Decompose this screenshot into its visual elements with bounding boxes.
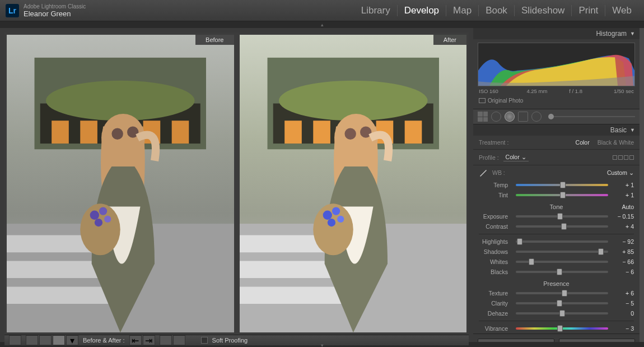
- exposure-slider-row: Exposure − 0.15: [473, 211, 640, 221]
- focal-value: 4.25 mm: [517, 88, 556, 94]
- soft-proofing-checkbox[interactable]: [201, 337, 208, 344]
- shadows-value[interactable]: + 85: [612, 248, 634, 255]
- panel-buttons: Previous Reset: [473, 334, 640, 342]
- clarity-value[interactable]: − 5: [612, 300, 634, 307]
- clarity-slider[interactable]: [516, 302, 608, 304]
- compare-split-button[interactable]: [53, 335, 65, 345]
- swap-right-button[interactable]: ⇥: [143, 335, 155, 345]
- iso-value: ISO 160: [479, 88, 517, 94]
- mask-tool-button[interactable]: [505, 112, 515, 122]
- presence-section: Presence: [473, 277, 640, 288]
- texture-slider-row: Texture + 6: [473, 288, 640, 298]
- gradient-tool-button[interactable]: [531, 112, 542, 122]
- histogram-header[interactable]: Histogram ▼: [473, 28, 640, 39]
- auto-tone-button[interactable]: Auto: [622, 203, 634, 210]
- profile-browser-button[interactable]: [613, 155, 634, 160]
- aperture-value: f / 1.8: [557, 88, 595, 94]
- right-scrollbar[interactable]: [640, 28, 644, 342]
- main: Before: [0, 28, 644, 342]
- svg-point-17: [99, 207, 107, 215]
- svg-point-33: [344, 128, 356, 139]
- reset-button[interactable]: Reset: [559, 339, 636, 342]
- after-label: After: [433, 35, 466, 45]
- tool-strip: [473, 109, 640, 124]
- treatment-bw[interactable]: Black & White: [598, 139, 634, 146]
- after-photo: [240, 35, 467, 332]
- highlights-value[interactable]: − 92: [612, 238, 634, 245]
- spot-tool-button[interactable]: [491, 112, 501, 122]
- module-book[interactable]: Book: [479, 5, 515, 16]
- vibrance-slider-row: Vibrance − 3: [473, 323, 640, 334]
- basic-header[interactable]: Basic ▼: [473, 124, 640, 136]
- temp-slider[interactable]: [516, 184, 608, 186]
- center-panel: Before: [0, 28, 473, 342]
- copy-before-button[interactable]: [160, 335, 172, 345]
- contrast-slider-row: Contrast + 4: [473, 221, 640, 232]
- tool-size-slider[interactable]: [548, 116, 635, 117]
- user-name: Eleanor Green: [24, 10, 86, 18]
- exposure-value[interactable]: − 0.15: [612, 213, 634, 220]
- previous-button[interactable]: Previous: [478, 339, 554, 342]
- svg-point-16: [90, 211, 99, 220]
- shadows-slider[interactable]: [516, 251, 608, 253]
- shadows-slider-row: Shadows + 85: [473, 247, 640, 257]
- svg-rect-8: [52, 121, 69, 144]
- module-picker: Library Develop Map Book Slideshow Print…: [354, 5, 638, 16]
- whites-slider[interactable]: [516, 261, 608, 263]
- profile-dropdown[interactable]: Color ⌄: [503, 153, 529, 161]
- dehaze-slider[interactable]: [516, 312, 608, 314]
- module-web[interactable]: Web: [605, 5, 638, 16]
- swap-left-button[interactable]: ⇤: [129, 335, 142, 345]
- blacks-value[interactable]: − 6: [612, 269, 634, 275]
- module-map[interactable]: Map: [446, 5, 479, 16]
- before-label: Before: [195, 35, 234, 45]
- svg-point-38: [327, 219, 335, 226]
- tint-slider[interactable]: [516, 194, 608, 196]
- tint-slider-row: Tint + 1: [473, 190, 640, 200]
- copy-group: [160, 335, 185, 345]
- module-print[interactable]: Print: [572, 5, 605, 16]
- module-develop[interactable]: Develop: [398, 5, 446, 16]
- module-library[interactable]: Library: [354, 5, 398, 16]
- compare-tb-button[interactable]: [39, 335, 52, 345]
- right-panel: Histogram ▼ ISO 160 4.25 mm: [473, 28, 644, 342]
- original-photo-row[interactable]: Original Photo: [478, 96, 635, 105]
- treatment-color[interactable]: Color: [576, 139, 590, 146]
- crop-tool-button[interactable]: [478, 112, 488, 122]
- whites-value[interactable]: − 66: [612, 258, 634, 265]
- before-after-views: Before: [4, 33, 469, 335]
- before-view[interactable]: Before: [7, 35, 234, 332]
- texture-slider[interactable]: [516, 292, 608, 294]
- histogram-graph[interactable]: [478, 43, 635, 86]
- app-identity: Adobe Lightroom Classic Eleanor Green: [24, 3, 86, 18]
- redeye-tool-button[interactable]: [518, 112, 528, 122]
- contrast-value[interactable]: + 4: [612, 223, 634, 230]
- after-view[interactable]: After: [240, 35, 467, 332]
- compare-lr-button[interactable]: [26, 335, 38, 345]
- vibrance-value[interactable]: − 3: [612, 325, 634, 332]
- app-title: Adobe Lightroom Classic: [24, 3, 86, 10]
- shutter-value: 1/50 sec: [595, 88, 634, 94]
- app-logo: Lr: [6, 4, 19, 17]
- dehaze-value[interactable]: 0: [612, 310, 634, 317]
- highlights-slider[interactable]: [516, 240, 608, 243]
- loupe-view-button[interactable]: [9, 335, 21, 345]
- top-panel-handle[interactable]: ▴: [0, 21, 644, 28]
- svg-rect-11: [172, 121, 189, 144]
- exposure-slider[interactable]: [516, 215, 608, 218]
- eyedropper-icon[interactable]: [479, 168, 488, 177]
- wb-dropdown[interactable]: Custom ⌄: [607, 169, 634, 176]
- compare-split2-button[interactable]: ▾: [66, 335, 78, 345]
- histogram-meta: ISO 160 4.25 mm f / 1.8 1/50 sec: [478, 86, 635, 96]
- contrast-slider[interactable]: [516, 225, 608, 228]
- module-slideshow[interactable]: Slideshow: [515, 5, 572, 16]
- view-mode-group: [9, 335, 21, 345]
- svg-rect-29: [313, 121, 330, 144]
- texture-value[interactable]: + 6: [612, 290, 634, 297]
- tint-value[interactable]: + 1: [612, 192, 634, 198]
- topbar: Lr Adobe Lightroom Classic Eleanor Green…: [0, 0, 644, 21]
- vibrance-slider[interactable]: [516, 327, 608, 330]
- copy-after-button[interactable]: [173, 335, 185, 345]
- blacks-slider[interactable]: [516, 271, 608, 273]
- temp-value[interactable]: + 1: [612, 182, 634, 188]
